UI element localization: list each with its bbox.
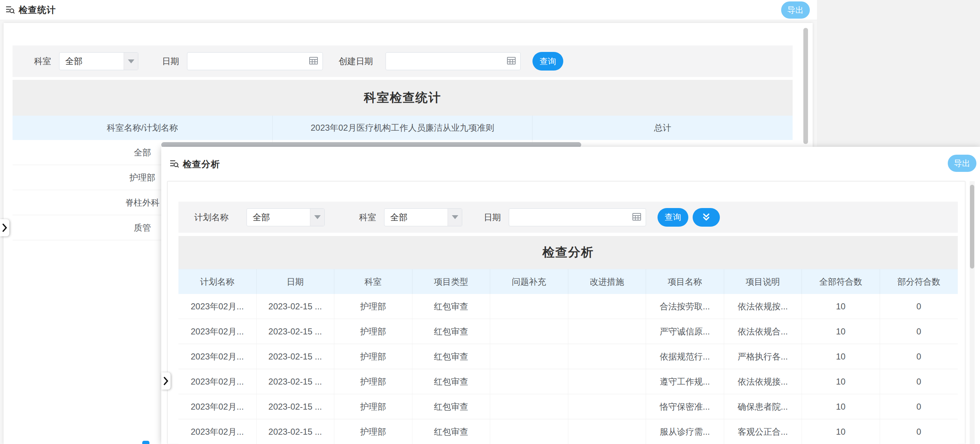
cell-item-desc: 严格执行各... <box>724 344 802 369</box>
analysis-header-cell: 日期 <box>256 269 335 294</box>
stats-vertical-scrollbar[interactable] <box>803 28 808 144</box>
cell-improvement <box>568 419 646 444</box>
analysis-header-cell: 项目名称 <box>646 269 724 294</box>
cell-department: 护理部 <box>334 394 412 419</box>
analysis-header-cell: 项目说明 <box>724 269 802 294</box>
analysis-export-button[interactable]: 导出 <box>948 155 977 172</box>
analysis-table-row[interactable]: 2023年02月... 2023-02-15 ... 护理部 红包审查 合法按劳… <box>178 294 958 319</box>
cell-department: 护理部 <box>334 294 412 319</box>
analysis-table-row[interactable]: 2023年02月... 2023-02-15 ... 护理部 红包审查 恪守保密… <box>178 394 958 419</box>
chevron-down-icon <box>124 52 138 70</box>
calendar-icon[interactable] <box>309 56 318 66</box>
analysis-table-body: 2023年02月... 2023-02-15 ... 护理部 红包审查 合法按劳… <box>178 294 958 444</box>
cell-item-desc: 依法依规接... <box>724 369 802 394</box>
cell-partial-compliance-count: 0 <box>880 294 958 319</box>
cell-partial-compliance-count: 0 <box>880 319 958 344</box>
stats-window-title: 检查统计 <box>19 4 56 16</box>
analysis-query-button[interactable]: 查询 <box>657 208 688 227</box>
analysis-table-title: 检查分析 <box>178 236 958 269</box>
cell-date: 2023-02-15 ... <box>256 419 335 444</box>
stats-date-input[interactable] <box>192 56 309 67</box>
analysis-date-input[interactable] <box>514 212 632 223</box>
analysis-table-header: 计划名称日期科室项目类型问题补充改进措施项目名称项目说明全部符合数部分符合数 <box>178 269 958 294</box>
cell-problem-note <box>490 419 568 444</box>
stats-created-date-input[interactable] <box>390 56 507 67</box>
cell-partial-compliance-count: 0 <box>880 344 958 369</box>
cell-full-compliance-count: 10 <box>802 394 880 419</box>
cell-full-compliance-count: 10 <box>802 344 880 369</box>
analysis-date-label: 日期 <box>484 212 501 223</box>
cell-problem-note <box>490 369 568 394</box>
calendar-icon[interactable] <box>507 56 516 66</box>
cell-item-name: 依据规范行... <box>646 344 724 369</box>
stats-query-button[interactable]: 查询 <box>533 52 563 71</box>
stats-date-label: 日期 <box>162 56 179 67</box>
analysis-date-field[interactable] <box>509 208 646 226</box>
cell-full-compliance-count: 10 <box>802 319 880 344</box>
stats-filter-bar: 科室 全部 日期 创建日期 <box>13 46 792 77</box>
stats-created-date-field[interactable] <box>385 52 521 70</box>
cell-plan-name: 2023年02月... <box>178 419 256 444</box>
cell-item-type: 红包审查 <box>412 319 490 344</box>
analysis-table-row[interactable]: 2023年02月... 2023-02-15 ... 护理部 红包审查 遵守工作… <box>178 369 958 394</box>
partial-blue-button[interactable] <box>142 441 150 444</box>
cell-item-type: 红包审查 <box>412 419 490 444</box>
analysis-dept-select-value: 全部 <box>385 209 447 226</box>
stats-dept-select[interactable]: 全部 <box>59 52 138 70</box>
cell-item-desc: 依法依规按... <box>724 294 802 319</box>
analysis-window-title: 检查分析 <box>183 158 220 170</box>
analysis-header-cell: 部分符合数 <box>880 269 958 294</box>
analysis-table-row[interactable]: 2023年02月... 2023-02-15 ... 护理部 红包审查 依据规范… <box>178 344 958 369</box>
chevron-right-icon <box>2 223 8 232</box>
analysis-table-row[interactable]: 2023年02月... 2023-02-15 ... 护理部 红包审查 服从诊疗… <box>178 419 958 444</box>
cell-date: 2023-02-15 ... <box>256 369 335 394</box>
stats-header-cell: 科室名称/计划名称 <box>13 116 273 140</box>
cell-problem-note <box>490 294 568 319</box>
stats-drawer-toggle[interactable] <box>0 219 9 236</box>
analysis-dept-select[interactable]: 全部 <box>384 208 462 226</box>
double-chevron-down-icon <box>701 212 712 223</box>
cell-full-compliance-count: 10 <box>802 294 880 319</box>
chevron-right-icon <box>163 376 169 385</box>
analysis-scrollbar-thumb[interactable] <box>970 185 974 268</box>
cell-plan-name: 2023年02月... <box>178 294 256 319</box>
cell-item-name: 服从诊疗需... <box>646 419 724 444</box>
cell-item-type: 红包审查 <box>412 294 490 319</box>
cell-department: 护理部 <box>334 419 412 444</box>
list-search-icon <box>169 158 179 170</box>
cell-partial-compliance-count: 0 <box>880 369 958 394</box>
plan-name-select[interactable]: 全部 <box>247 208 325 226</box>
analysis-header-cell: 科室 <box>334 269 412 294</box>
analysis-drawer-toggle[interactable] <box>161 373 170 390</box>
stats-table-header: 科室名称/计划名称2023年02月医疗机构工作人员廉洁从业九项准则总计 <box>13 116 792 140</box>
cell-improvement <box>568 369 646 394</box>
cell-problem-note <box>490 344 568 369</box>
page: 检查统计 导出 科室 全部 日期 <box>0 0 980 444</box>
analysis-card: 计划名称 全部 科室 全部 日期 <box>167 181 965 444</box>
cell-improvement <box>568 344 646 369</box>
plan-name-select-value: 全部 <box>247 209 310 226</box>
cell-problem-note <box>490 394 568 419</box>
chevron-down-icon <box>447 209 462 226</box>
cell-plan-name: 2023年02月... <box>178 344 256 369</box>
analysis-header-cell: 计划名称 <box>178 269 256 294</box>
calendar-icon[interactable] <box>632 212 641 222</box>
cell-date: 2023-02-15 ... <box>256 344 335 369</box>
cell-full-compliance-count: 10 <box>802 419 880 444</box>
cell-department: 护理部 <box>334 319 412 344</box>
stats-dept-select-value: 全部 <box>59 52 124 70</box>
cell-date: 2023-02-15 ... <box>256 294 335 319</box>
list-search-icon <box>5 4 15 16</box>
expand-filters-button[interactable] <box>693 208 720 227</box>
cell-item-name: 合法按劳取... <box>646 294 724 319</box>
cell-item-desc: 依法依规合... <box>724 319 802 344</box>
stats-date-field[interactable] <box>187 52 323 70</box>
cell-department: 护理部 <box>334 344 412 369</box>
cell-date: 2023-02-15 ... <box>256 319 335 344</box>
analysis-table-row[interactable]: 2023年02月... 2023-02-15 ... 护理部 红包审查 严守诚信… <box>178 319 958 344</box>
stats-header-cell: 2023年02月医疗机构工作人员廉洁从业九项准则 <box>273 116 533 140</box>
stats-created-date-label: 创建日期 <box>339 56 373 67</box>
analysis-vertical-scrollbar[interactable] <box>970 181 975 444</box>
stats-export-button[interactable]: 导出 <box>781 2 810 19</box>
stats-header-cell: 总计 <box>533 116 792 140</box>
